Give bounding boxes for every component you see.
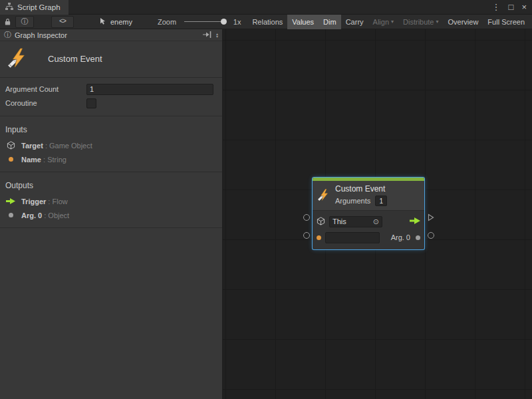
- argument-count-label: Argument Count: [5, 85, 86, 93]
- zoom-label: Zoom: [158, 18, 176, 26]
- coroutine-label: Coroutine: [5, 99, 86, 107]
- node-custom-event[interactable]: Custom Event Arguments 1 This ⊙: [313, 178, 424, 249]
- chevron-down-icon: ▾: [391, 19, 394, 25]
- cursor-icon: [99, 17, 107, 27]
- zoom-value: 1x: [233, 18, 241, 26]
- port-row-name: Name : String: [0, 152, 222, 166]
- arg0-label: Arg. 0: [391, 233, 410, 241]
- target-object-dropdown[interactable]: This ⊙: [329, 216, 382, 227]
- window-controls: ⋮ □ ×: [492, 2, 532, 12]
- chevron-down-icon: ▾: [436, 19, 439, 25]
- event-title: Custom Event: [48, 54, 102, 64]
- graph-inspector-panel: ⓘ Graph Inspector ▴▾ Custom Event: [0, 29, 223, 399]
- port-name: Trigger: [21, 198, 46, 205]
- unity-script-graph-window: Script Graph ⋮ □ × ⓘ <> enemy Zoom 1x: [0, 0, 532, 399]
- argument-count-input[interactable]: [86, 84, 213, 95]
- arguments-count-box[interactable]: 1: [375, 196, 387, 206]
- code-view-button[interactable]: <>: [51, 16, 74, 28]
- port-row-trigger: Trigger : Flow: [0, 194, 222, 208]
- target-value: This: [332, 217, 346, 225]
- window-close-icon[interactable]: ×: [521, 2, 527, 12]
- info-icon: ⓘ: [21, 17, 29, 27]
- string-input-port[interactable]: [317, 235, 321, 240]
- node-row-arg0: Arg. 0: [317, 229, 420, 245]
- port-name: Name: [21, 156, 41, 164]
- cube-icon: [317, 217, 325, 227]
- port-row-arg0: Arg. 0 : Object: [0, 208, 222, 222]
- carry-button[interactable]: Carry: [341, 15, 368, 29]
- inputs-heading: Inputs: [0, 120, 222, 138]
- toolbar-buttons: Relations Values Dim Carry Align▾ Distri…: [247, 15, 529, 29]
- graph-toolbar: ⓘ <> enemy Zoom 1x Relations Values Dim …: [0, 15, 532, 29]
- event-header: Custom Event: [0, 41, 222, 78]
- code-icon: <>: [59, 18, 66, 25]
- coroutine-row: Coroutine: [0, 96, 222, 110]
- outputs-section: Outputs Trigger : Flow Arg. 0 : Object: [0, 172, 222, 228]
- graph-name: enemy: [110, 18, 132, 26]
- custom-event-icon: [8, 48, 28, 69]
- port-row-target: Target : Game Object: [0, 138, 222, 152]
- info-icon: ⓘ: [4, 30, 11, 40]
- port-type: : String: [43, 156, 66, 164]
- node-body: This ⊙ Arg. 0: [313, 211, 424, 249]
- node-header: Custom Event Arguments 1: [313, 181, 424, 211]
- inputs-section: Inputs Target : Game Object Name : Strin…: [0, 116, 222, 172]
- flow-arrow-icon: [5, 198, 16, 204]
- argument-count-row: Argument Count: [0, 82, 222, 96]
- distribute-button: Distribute▾: [398, 15, 443, 29]
- flow-output-port[interactable]: [410, 217, 420, 225]
- coroutine-checkbox[interactable]: [86, 98, 96, 108]
- output-port-trigger[interactable]: [428, 213, 434, 223]
- object-output-port[interactable]: [416, 235, 420, 240]
- graph-breadcrumb[interactable]: enemy: [99, 17, 132, 27]
- string-port-dot: [9, 157, 13, 162]
- port-type: : Object: [44, 211, 69, 219]
- input-port-name[interactable]: [303, 232, 310, 239]
- event-fields: Argument Count Coroutine: [0, 78, 222, 116]
- port-type: : Game Object: [45, 142, 92, 150]
- overview-button[interactable]: Overview: [444, 15, 483, 29]
- graph-inspector-header: ⓘ Graph Inspector ▴▾: [0, 29, 222, 41]
- info-toggle-button[interactable]: ⓘ: [15, 16, 34, 28]
- values-button[interactable]: Values: [287, 15, 319, 29]
- panel-scrubber[interactable]: ▴▾: [215, 33, 219, 38]
- panel-title: Graph Inspector: [15, 31, 200, 39]
- zoom-slider[interactable]: [184, 21, 225, 22]
- align-button: Align▾: [368, 15, 398, 29]
- lock-icon[interactable]: [3, 18, 13, 26]
- event-name-input[interactable]: [325, 232, 380, 243]
- tab-label: Script Graph: [17, 3, 61, 11]
- relations-button[interactable]: Relations: [247, 15, 287, 29]
- object-port-dot: [9, 213, 13, 217]
- object-picker-icon[interactable]: ⊙: [373, 217, 379, 226]
- window-menu-icon[interactable]: ⋮: [492, 2, 501, 12]
- node-row-target: This ⊙: [317, 213, 420, 229]
- zoom-slider-knob[interactable]: [221, 19, 227, 25]
- tab-script-graph[interactable]: Script Graph: [0, 0, 68, 15]
- node-arguments: Arguments 1: [335, 196, 387, 206]
- window-titlebar: Script Graph ⋮ □ ×: [0, 0, 532, 15]
- arguments-label: Arguments: [335, 197, 370, 205]
- dock-panel-icon[interactable]: [203, 31, 211, 39]
- cube-icon: [5, 141, 16, 150]
- graph-canvas[interactable]: Custom Event Arguments 1 This ⊙: [223, 29, 532, 399]
- fullscreen-button[interactable]: Full Screen: [483, 15, 529, 29]
- window-maximize-icon[interactable]: □: [509, 2, 514, 12]
- node-title: Custom Event: [335, 184, 387, 194]
- dim-button[interactable]: Dim: [319, 15, 341, 29]
- outputs-heading: Outputs: [0, 176, 222, 194]
- input-port-target[interactable]: [303, 214, 310, 221]
- script-graph-icon: [5, 3, 13, 12]
- custom-event-icon: [318, 189, 330, 202]
- port-name: Target: [21, 142, 43, 150]
- port-type: : Flow: [48, 198, 67, 205]
- port-name: Arg. 0: [21, 211, 42, 219]
- output-port-arg0[interactable]: [428, 232, 434, 239]
